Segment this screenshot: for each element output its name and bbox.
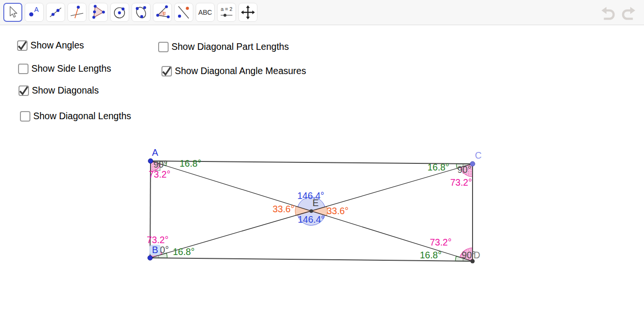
- angle-label-e-left: 33.6°: [273, 204, 294, 214]
- point-label-b[interactable]: B: [152, 245, 158, 255]
- point-label-a[interactable]: A: [152, 147, 158, 158]
- angle-label-a-acute: 16.8°: [180, 158, 201, 169]
- angle-label-e-top: 146.4°: [297, 190, 324, 201]
- angle-label-d-complement: 73.2°: [430, 237, 452, 247]
- point-b[interactable]: [148, 255, 152, 260]
- angle-label-a-right: 90°: [153, 159, 168, 170]
- angle-label-e-right: 33.6°: [327, 206, 349, 216]
- point-label-e[interactable]: E: [313, 198, 319, 208]
- point-a[interactable]: [148, 159, 153, 163]
- angle-label-a-complement: 73.2°: [149, 169, 170, 180]
- points: [148, 159, 475, 264]
- angle-label-b-complement: 73.2°: [147, 235, 169, 245]
- angle-label-c-right: 90°: [457, 164, 472, 175]
- angle-label-d-acute: 16.8°: [420, 250, 442, 260]
- point-label-d[interactable]: D: [474, 250, 480, 260]
- angle-label-c-acute: 16.8°: [427, 162, 449, 172]
- point-label-c[interactable]: C: [475, 150, 482, 161]
- angle-label-e-bottom: 146.4°: [298, 214, 325, 225]
- graphics-view[interactable]: 90° 16.8° 73.2° 16.8° 90° 73.2° 73.2° 90…: [0, 0, 644, 312]
- angle-label-b-acute: 16.8°: [173, 246, 195, 257]
- angle-label-c-complement: 73.2°: [450, 177, 472, 188]
- point-e[interactable]: [310, 209, 313, 213]
